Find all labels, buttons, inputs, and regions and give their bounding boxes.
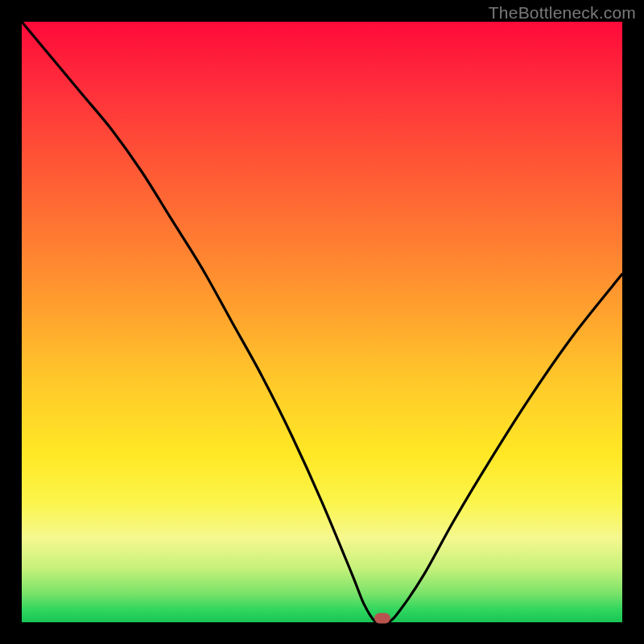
optimal-point-marker bbox=[374, 613, 390, 624]
bottleneck-curve bbox=[22, 22, 622, 622]
chart-frame: TheBottleneck.com bbox=[0, 0, 644, 644]
watermark-text: TheBottleneck.com bbox=[489, 3, 636, 23]
plot-area bbox=[22, 22, 622, 622]
